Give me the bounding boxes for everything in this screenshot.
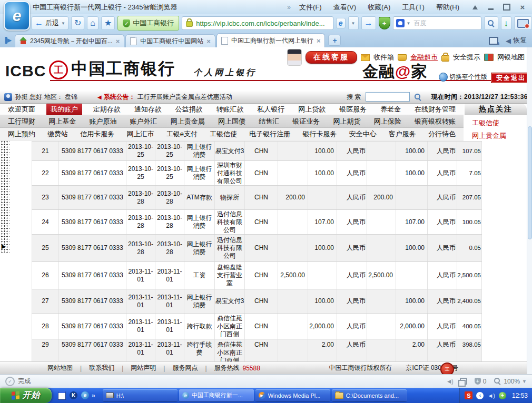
page-scrollbar[interactable] (527, 47, 532, 374)
engine-switch-button[interactable]: e (336, 18, 346, 28)
close-button[interactable]: × (516, 3, 529, 12)
speaker-icon[interactable]: ◄) (446, 378, 452, 385)
notice-text[interactable]: 工行开展账户贵金属点差优惠活动 (137, 93, 232, 102)
scrollbar-thumb[interactable] (528, 126, 532, 239)
tray-circle-icon[interactable]: ‹ (476, 392, 484, 399)
sogou-input-icon[interactable]: S (465, 391, 472, 399)
browser-search-input[interactable] (412, 19, 478, 27)
nav-item[interactable]: 网上贵金属 (168, 116, 208, 127)
back-button[interactable]: ← 后退 ▼ (32, 16, 68, 30)
ie-quicklaunch-icon[interactable] (58, 391, 66, 400)
nav-item[interactable]: 工银信使 (207, 128, 240, 140)
nav-item[interactable]: 转账汇款 (213, 104, 246, 115)
hot-link[interactable]: 网上贵金属 (465, 128, 527, 140)
nav-item[interactable]: 公益捐款 (173, 104, 205, 115)
pin-window-icon[interactable] (469, 3, 481, 12)
nav-item[interactable]: 信用卡服务 (77, 128, 117, 140)
browser-search-box[interactable]: ▼ (393, 16, 481, 30)
restore-tab-button[interactable]: ◀ 恢复 (506, 36, 527, 45)
nav-item[interactable]: 安全中心 (347, 128, 379, 140)
search-engine-dropdown-icon[interactable]: ▼ (407, 21, 411, 26)
menu-help[interactable]: 帮助(H) (436, 3, 459, 12)
zoom-level[interactable]: 100% (504, 378, 520, 385)
tab-close-icon[interactable]: × (116, 37, 120, 45)
footer-link[interactable]: 网站地图 (47, 364, 73, 372)
nav-item[interactable]: 工银e支付 (164, 128, 200, 140)
security-shield-icon[interactable]: + (379, 17, 390, 29)
search-go-button[interactable] (484, 16, 498, 30)
site-search-icon[interactable] (414, 93, 422, 101)
taskbar-button[interactable]: C:\Documents and... (332, 389, 407, 401)
refresh-button[interactable]: ↻ (71, 16, 84, 30)
new-tab-button[interactable]: + (328, 35, 341, 46)
nav-item[interactable]: 账户外汇 (127, 116, 160, 127)
nav-item[interactable]: 网上期货 (331, 116, 363, 127)
nav-item[interactable]: 银商银权转账 (412, 116, 458, 127)
nav-item[interactable]: 工行理财 (5, 116, 38, 127)
volume-icon[interactable]: ◄) (487, 392, 495, 399)
nav-item[interactable]: 网上保险 (371, 116, 404, 127)
tab-icbc-ebank[interactable]: 中国工商银行新一代网上银行 × (216, 33, 326, 47)
nav-item[interactable]: 定期存款 (91, 104, 123, 115)
nav-item[interactable]: 我的账户 (46, 104, 82, 115)
online-service-button[interactable]: 在线客服 (306, 51, 357, 64)
site-search-input[interactable] (366, 92, 410, 102)
nav-item[interactable]: 网上国债 (215, 116, 248, 127)
tab-icbc-site[interactable]: 中国工商银行中国网站 × (125, 34, 215, 47)
nav-item[interactable]: 银行卡服务 (300, 128, 339, 140)
footer-link[interactable]: 服务网点 (172, 364, 198, 372)
k-app-icon[interactable]: K (70, 391, 77, 399)
nav-item[interactable]: 分行特色 (426, 128, 458, 140)
screenshot-button[interactable] (514, 16, 532, 30)
nav-item[interactable]: 客户服务 (386, 128, 419, 140)
multi-window-icon[interactable] (489, 37, 498, 45)
taskbar-button[interactable]: e中国工商银行新一... (179, 389, 254, 401)
nav-item[interactable]: 缴费站 (45, 128, 71, 140)
nav-item[interactable]: 养老金 (378, 104, 403, 115)
minimize-button[interactable] (485, 3, 497, 12)
security-tip-link[interactable]: 安全提示 (453, 53, 480, 62)
browser-logo-icon[interactable]: e (4, 1, 30, 31)
windows-copy-icon[interactable] (460, 378, 467, 385)
restore-window-button[interactable] (500, 3, 513, 12)
forward-button[interactable]: → (361, 16, 376, 30)
tab-close-icon[interactable]: × (317, 37, 321, 45)
menu-file[interactable]: 文件(F) (299, 3, 322, 12)
back-dropdown-icon[interactable]: ▼ (61, 21, 65, 26)
switch-version-link[interactable]: 切换至个性版 (439, 73, 487, 82)
bank-map-link[interactable]: 网银地图 (497, 53, 525, 62)
hot-link[interactable]: 工银信使 (465, 115, 527, 128)
footer-link[interactable]: 联系我们 (89, 364, 114, 372)
nav-item[interactable]: 网上汇市 (124, 128, 157, 140)
menu-tools[interactable]: 工具(T) (402, 3, 425, 12)
start-button[interactable]: 开始 (0, 388, 52, 403)
address-dropdown-button[interactable]: ▼ (348, 16, 359, 30)
nav-item[interactable]: 网上预约 (5, 128, 38, 140)
zoom-dropdown-icon[interactable]: ▼ (522, 379, 527, 384)
nav-item[interactable]: 电子银行注册 (247, 128, 293, 140)
menu-overflow-icon[interactable]: » (287, 4, 291, 11)
nav-item[interactable]: 网上贷款 (295, 104, 328, 115)
footer-link[interactable]: 网站声明 (131, 364, 156, 372)
site-identity-button[interactable]: ✓ 中国工商银行 (117, 16, 179, 31)
2345-browser-icon[interactable]: e (81, 391, 89, 399)
zoom-icon[interactable] (494, 377, 501, 385)
nav-item[interactable]: 银医服务 (337, 104, 369, 115)
quicklaunch-overflow-icon[interactable]: » (92, 392, 95, 399)
nav-item[interactable]: 在线财务管理 (412, 104, 458, 115)
nav-item[interactable]: 网上基金 (46, 116, 78, 127)
safe-exit-button[interactable]: 安全退出 (491, 73, 531, 83)
nav-item[interactable]: 账户原油 (86, 116, 119, 127)
menu-favorites[interactable]: 收藏(A) (368, 3, 390, 12)
download-button[interactable]: ↓ (501, 16, 512, 30)
taskbar-button[interactable]: H:\ (103, 389, 178, 401)
home-button[interactable]: ⌂ (87, 16, 98, 30)
tab-2345-nav[interactable]: 2345网址导航－开创中国百... × (15, 34, 124, 47)
nav-item[interactable]: 通知存款 (132, 104, 164, 115)
tray-green-plus-icon[interactable]: + (499, 392, 506, 399)
hotline-label[interactable]: 服务热线 (214, 364, 240, 372)
menu-view[interactable]: 查看(V) (333, 3, 356, 12)
nav-item[interactable]: 结售汇 (256, 116, 282, 127)
taskbar-button[interactable]: ▶Windows Media Pl... (255, 389, 330, 401)
address-bar[interactable]: https://vip.icbc.com.cn/icbc/perbank/ind… (182, 16, 333, 30)
